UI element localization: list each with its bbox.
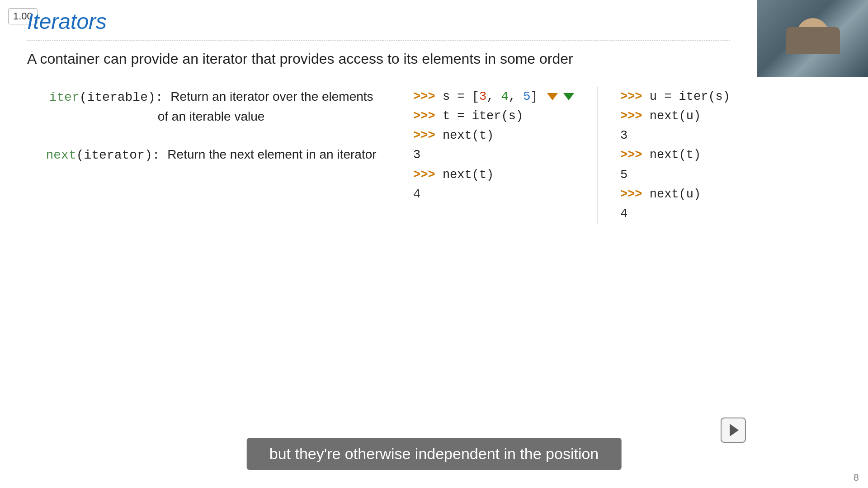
result-r2: 5	[620, 165, 730, 185]
webcam-overlay	[757, 0, 868, 77]
subtitle-bar: but they're otherwise independent in the…	[247, 438, 622, 470]
content-area: iter(iterable): Return an iterator over …	[27, 87, 730, 224]
next-keyword: next	[46, 148, 76, 162]
code-line-r4: >>> next(u)	[620, 185, 730, 204]
prompt-r3: >>>	[620, 148, 642, 162]
code-line-r2: >>> next(u)	[620, 107, 730, 126]
result-r3: 4	[620, 204, 730, 224]
code-line-2: >>> t = iter(s)	[413, 107, 574, 126]
prompt-r1: >>>	[620, 90, 642, 103]
code-line-3: >>> next(t)	[413, 126, 574, 145]
prompt-r2: >>>	[620, 109, 642, 123]
result-r1: 3	[620, 126, 730, 145]
prompt-1: >>>	[413, 90, 435, 103]
webcam-body	[786, 27, 840, 54]
panel-divider	[597, 87, 598, 224]
prompt-4: >>>	[413, 168, 435, 182]
intro-text: A container can provide an iterator that…	[27, 49, 730, 69]
play-icon	[730, 424, 739, 436]
play-button[interactable]	[721, 418, 746, 443]
code-panel-left: >>> s = [3, 4, 5] >>> t = iter(s) >>>	[413, 87, 574, 204]
next-desc: Return the next element in an iterator	[167, 147, 376, 161]
code-panel-right: >>> u = iter(s) >>> next(u) 3 >>> next(t…	[620, 87, 730, 224]
iter-desc: Return an iterator over the elementsof a…	[158, 89, 373, 123]
def-iter: iter(iterable): Return an iterator over …	[27, 87, 395, 127]
slide-title: Iterators	[27, 9, 730, 41]
page-number: 8	[854, 472, 859, 483]
code-line-1: >>> s = [3, 4, 5]	[413, 87, 574, 107]
slide: Iterators A container can provide an ite…	[0, 0, 757, 488]
prompt-2: >>>	[413, 109, 435, 123]
prompt-3: >>>	[413, 129, 435, 142]
code-line-r1: >>> u = iter(s)	[620, 87, 730, 107]
def-next: next(iterator): Return the next element …	[27, 145, 395, 165]
result-2: 4	[413, 185, 574, 204]
result-1: 3	[413, 145, 574, 165]
code-line-4: >>> next(t)	[413, 165, 574, 185]
iter-keyword: iter	[49, 90, 79, 104]
code-panels: >>> s = [3, 4, 5] >>> t = iter(s) >>>	[413, 87, 730, 224]
webcam-person	[757, 0, 868, 77]
definitions: iter(iterable): Return an iterator over …	[27, 87, 413, 224]
code-line-r3: >>> next(t)	[620, 145, 730, 165]
prompt-r4: >>>	[620, 188, 642, 201]
